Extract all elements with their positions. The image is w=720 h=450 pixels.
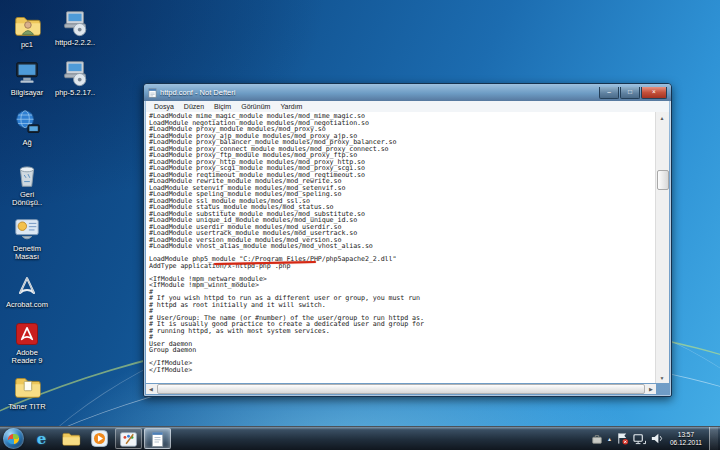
system-tray: ▲ <box>591 427 720 450</box>
taskbar-notepad[interactable] <box>144 428 171 449</box>
scroll-down-icon[interactable]: ▼ <box>656 372 668 383</box>
menu-view[interactable]: Görünüm <box>236 103 275 110</box>
windows-explorer-icon <box>61 430 81 448</box>
menu-edit[interactable]: Düzen <box>179 103 209 110</box>
notepad-text: #LoadModule mime_magic_module modules/mo… <box>149 113 656 373</box>
text-line: </IfModule> <box>149 367 656 374</box>
user-folder-icon <box>12 10 42 40</box>
notepad-icon <box>149 430 166 448</box>
network-status-icon[interactable] <box>633 432 646 445</box>
taskbar-clock[interactable]: 13:57 06.12.2011 <box>667 431 705 446</box>
desktop-icon-label: Ağ <box>4 139 50 147</box>
adobe-reader-icon <box>13 320 41 348</box>
desktop-icon-php-installer[interactable]: php-5.2.17.. <box>52 58 98 97</box>
scroll-left-icon[interactable]: ◀ <box>146 384 156 394</box>
tray-app-icon[interactable] <box>591 433 603 445</box>
horizontal-scrollbar[interactable]: ◀ ▶ <box>146 384 656 394</box>
desktop-icon-adobe-reader[interactable]: Adobe Reader 9 <box>4 320 50 365</box>
paint-icon <box>119 430 138 448</box>
computer-icon <box>12 58 42 88</box>
acrobat-icon <box>13 272 41 300</box>
taskbar-paint[interactable] <box>115 428 142 449</box>
clock-time: 13:57 <box>670 431 702 439</box>
close-button[interactable]: × <box>641 87 667 99</box>
media-player-icon <box>90 429 109 448</box>
text-editor-area[interactable]: #LoadModule mime_magic_module modules/mo… <box>146 112 656 383</box>
taskbar-media-player[interactable] <box>86 428 113 449</box>
taskbar-internet-explorer[interactable]: e <box>28 428 55 449</box>
desktop-icon-pc1[interactable]: pc1 <box>4 10 50 49</box>
menu-format[interactable]: Biçim <box>209 103 236 110</box>
window-titlebar[interactable]: httpd.conf - Not Defteri – □ × <box>144 84 671 101</box>
clock-date: 06.12.2011 <box>670 439 702 447</box>
desktop-icon-network[interactable]: Ağ <box>4 108 50 147</box>
desktop: pc1 httpd-2.2.2.. Bilgisayar php-5.2.17 <box>0 0 720 450</box>
window-title: httpd.conf - Not Defteri <box>160 88 235 97</box>
show-desktop-button[interactable] <box>709 427 718 450</box>
internet-explorer-icon: e <box>37 430 47 448</box>
vertical-scrollbar[interactable]: ▲ ▼ <box>655 112 669 383</box>
desktop-icon-label: httpd-2.2.2.. <box>52 39 98 47</box>
taskbar-windows-explorer[interactable] <box>57 428 84 449</box>
action-center-flag-icon[interactable] <box>616 432 629 445</box>
horizontal-scrollbar-thumb[interactable] <box>157 384 645 394</box>
desktop-icon-label: Adobe Reader 9 <box>4 349 50 365</box>
desktop-icon-label: php-5.2.17.. <box>52 89 98 97</box>
menu-help[interactable]: Yardım <box>275 103 307 110</box>
control-panel-icon <box>12 214 42 244</box>
desktop-icon-label: Geri Dönüşü.. <box>4 191 50 207</box>
desktop-icon-label: Bilgisayar <box>4 89 50 97</box>
desktop-icon-httpd-installer[interactable]: httpd-2.2.2.. <box>52 8 98 47</box>
notepad-window: httpd.conf - Not Defteri – □ × Dosya Düz… <box>143 83 672 397</box>
installer-icon <box>60 58 90 88</box>
window-controls: – □ × <box>598 87 667 99</box>
hidden-icons-chevron[interactable]: ▲ <box>607 436 612 442</box>
desktop-icon-acrobat-com[interactable]: Acrobat.com <box>4 272 50 309</box>
installer-icon <box>60 8 90 38</box>
desktop-icon-recycle-bin[interactable]: Geri Dönüşü.. <box>4 160 50 207</box>
desktop-icon-label: pc1 <box>4 41 50 49</box>
scroll-up-icon[interactable]: ▲ <box>656 112 668 123</box>
start-button[interactable] <box>3 428 24 449</box>
notepad-window-icon <box>148 88 157 98</box>
vertical-scrollbar-thumb[interactable] <box>657 170 669 190</box>
volume-icon[interactable] <box>650 432 663 445</box>
desktop-icon-label: Acrobat.com <box>4 301 50 309</box>
recycle-bin-icon <box>12 160 42 190</box>
maximize-button[interactable]: □ <box>620 87 640 99</box>
taskbar: e <box>0 426 720 450</box>
minimize-button[interactable]: – <box>599 87 619 99</box>
menu-file[interactable]: Dosya <box>149 103 179 110</box>
desktop-icon-taner-folder[interactable]: Taner TITR <box>4 372 50 411</box>
desktop-icon-control-panel[interactable]: Denetim Masası <box>4 214 50 261</box>
folder-icon <box>12 372 42 402</box>
network-globe-icon <box>12 108 42 138</box>
desktop-icon-computer[interactable]: Bilgisayar <box>4 58 50 97</box>
desktop-icon-label: Taner TITR <box>4 403 50 411</box>
desktop-icon-label: Denetim Masası <box>4 245 50 261</box>
scroll-right-icon[interactable]: ▶ <box>646 384 656 394</box>
windows-logo-icon <box>8 433 19 444</box>
